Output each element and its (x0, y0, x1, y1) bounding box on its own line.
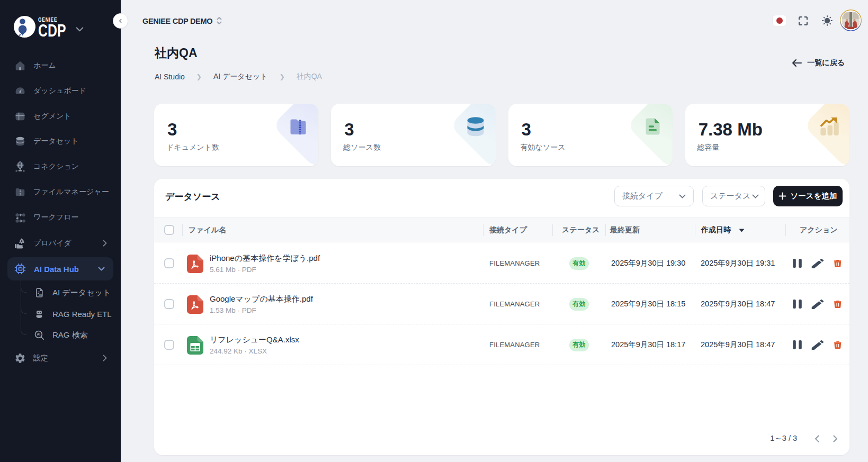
svg-text:AI: AI (37, 332, 40, 336)
svg-text:AI: AI (39, 293, 42, 296)
